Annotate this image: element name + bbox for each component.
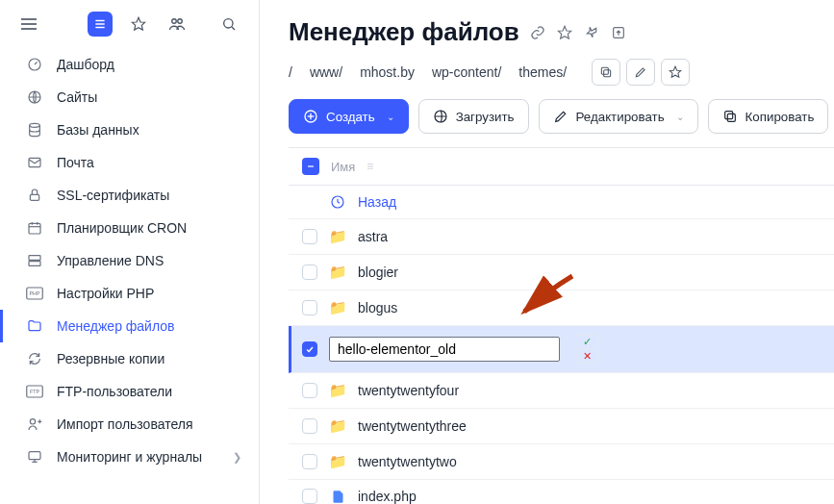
plus-icon [303,109,318,124]
column-name-label[interactable]: Имя [331,160,355,174]
star-outline-icon[interactable] [556,24,573,41]
row-checkbox[interactable] [302,454,317,469]
list-view-icon[interactable] [88,12,113,37]
clock-icon [329,194,346,210]
row-checkbox[interactable] [302,229,317,244]
rename-confirm-actions: ✓ ✕ [575,335,598,364]
globe-icon [26,89,43,105]
main-content: Менеджер файлов / www/ mhost.by wp-conte… [260,0,834,504]
breadcrumb-root[interactable]: / [289,64,292,80]
star-icon[interactable] [126,12,151,37]
breadcrumb-segment[interactable]: mhost.by [360,64,415,80]
breadcrumb-segment[interactable]: themes/ [518,64,567,80]
copy-path-icon[interactable] [592,59,620,86]
users-icon[interactable] [164,12,190,37]
master-checkbox[interactable] [302,158,319,175]
file-name: blogier [358,265,398,280]
copy-button-label: Копировать [746,110,815,124]
svg-rect-28 [601,67,608,74]
file-name: blogus [358,300,397,315]
page-header: Менеджер файлов [289,17,834,47]
sidebar-nav: Дашборд Сайты Базы данных Почта SSL-серт… [0,48,259,473]
sidebar-item-dashboard[interactable]: Дашборд [0,48,259,81]
create-button[interactable]: Создать ⌄ [289,99,409,134]
svg-point-10 [30,123,40,127]
edit-button[interactable]: Редактировать ⌄ [539,99,698,134]
table-row-editing[interactable]: ✓ ✕ [289,326,834,373]
sidebar-item-mail[interactable]: Почта [0,146,259,179]
row-checkbox[interactable] [302,418,317,434]
link-icon[interactable] [529,24,546,41]
table-row[interactable]: 📁 twentytwentyfour [289,373,834,409]
svg-text:FTP: FTP [30,389,39,394]
globe-upload-icon [433,109,448,124]
upload-button[interactable]: Загрузить [418,99,529,134]
sidebar-item-monitoring[interactable]: Мониторинг и журналы ❯ [0,441,259,473]
row-checkbox[interactable] [302,300,317,315]
ftp-icon: FTP [26,385,43,398]
sidebar-item-backups[interactable]: Резервные копии [0,342,259,375]
calendar-icon [26,220,43,236]
copy-button[interactable]: Копировать [708,99,829,134]
sidebar-item-file-manager[interactable]: Менеджер файлов [0,310,259,342]
folder-icon: 📁 [329,299,346,316]
search-icon[interactable] [216,12,241,37]
external-icon[interactable] [610,24,627,41]
svg-rect-24 [29,452,40,460]
svg-marker-3 [132,17,144,30]
edit-path-icon[interactable] [626,59,655,86]
sidebar-item-cron[interactable]: Планировщик CRON [0,212,259,244]
table-row[interactable]: 📁 twentytwentytwo [289,444,834,480]
rename-input[interactable] [329,337,560,362]
breadcrumb-segment[interactable]: www/ [310,64,342,80]
sidebar-item-label: Настройки PHP [57,286,154,301]
chevron-down-icon: ⌄ [676,112,684,122]
sidebar-item-ftp[interactable]: FTP FTP-пользователи [0,375,259,408]
edit-button-label: Редактировать [576,110,665,124]
sidebar-item-databases[interactable]: Базы данных [0,113,259,146]
file-icon [329,490,346,504]
svg-marker-25 [558,26,570,38]
cancel-icon[interactable]: ✕ [576,349,597,363]
pencil-icon [553,109,569,124]
pin-icon[interactable] [583,24,600,41]
row-checkbox[interactable] [302,383,317,398]
svg-rect-18 [29,262,40,266]
svg-rect-12 [30,194,38,200]
row-checkbox[interactable] [302,265,317,280]
folder-icon [26,318,43,334]
row-checkbox[interactable] [302,489,317,504]
table-header: Имя ≡ [289,148,834,186]
confirm-icon[interactable]: ✓ [576,336,597,349]
table-row[interactable]: 📁 blogus [289,290,834,326]
folder-icon: 📁 [329,228,346,245]
svg-rect-35 [724,112,732,119]
sidebar-item-dns[interactable]: Управление DNS [0,244,259,277]
upload-button-label: Загрузить [456,110,515,124]
sidebar-item-import[interactable]: Импорт пользователя [0,408,259,441]
back-row[interactable]: Назад [289,186,834,219]
sidebar-item-sites[interactable]: Сайты [0,81,259,113]
svg-text:PHP: PHP [30,290,40,296]
lock-icon [26,188,43,203]
dashboard-icon [26,57,43,72]
row-checkbox[interactable] [302,341,317,357]
sidebar-item-php[interactable]: PHP Настройки PHP [0,277,259,310]
svg-marker-29 [670,66,681,77]
hamburger-icon[interactable] [21,18,37,30]
table-row[interactable]: index.php [289,480,834,504]
folder-icon: 📁 [329,264,346,281]
sidebar: Дашборд Сайты Базы данных Почта SSL-серт… [0,0,260,504]
database-icon [26,122,43,138]
breadcrumb-segment[interactable]: wp-content/ [432,64,501,80]
table-row[interactable]: 📁 astra [289,219,834,255]
sidebar-item-ssl[interactable]: SSL-сертификаты [0,179,259,212]
folder-icon: 📁 [329,453,346,470]
svg-point-4 [172,19,177,24]
bookmark-path-icon[interactable] [661,59,690,86]
table-row[interactable]: 📁 blogier [289,255,834,290]
sidebar-item-label: FTP-пользователи [57,384,172,399]
monitor-icon [26,449,43,465]
svg-point-6 [224,19,233,28]
table-row[interactable]: 📁 twentytwentythree [289,409,834,444]
